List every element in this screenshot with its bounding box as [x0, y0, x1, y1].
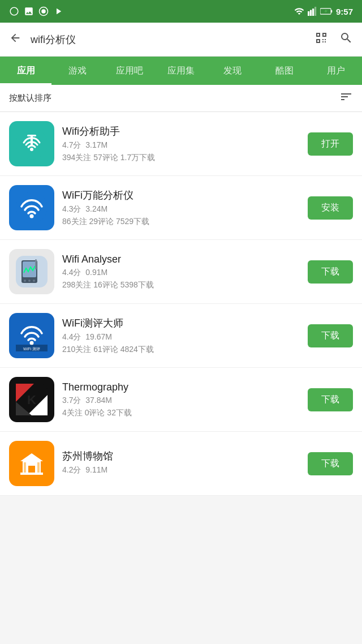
svg-point-13 — [30, 214, 34, 218]
app-name-6: 苏州博物馆 — [62, 449, 300, 463]
svg-rect-3 — [310, 10, 312, 16]
app-icon-2 — [9, 185, 54, 230]
app-meta-5: 3.7分 37.84M — [62, 396, 300, 406]
app-meta-4: 4.4分 19.67M — [62, 332, 300, 342]
tab-discover[interactable]: 发现 — [207, 57, 258, 85]
svg-rect-35 — [37, 462, 40, 473]
list-item[interactable]: Wifi Analyser 4.4分 0.91M 298关注 16评论 5398… — [0, 240, 362, 304]
app-stats-2: 86关注 29评论 7529下载 — [62, 217, 300, 227]
status-bar: 9:57 — [0, 0, 362, 23]
tab-user[interactable]: 用户 — [311, 57, 362, 85]
svg-rect-36 — [20, 473, 43, 475]
svg-rect-5 — [314, 7, 316, 16]
app-meta-6: 4.2分 9.11M — [62, 465, 300, 475]
list-item[interactable]: K Thermography 3.7分 37.84M 4关注 0评论 32下载 … — [0, 368, 362, 432]
app-info-4: WiFi测评大师 4.4分 19.67M 210关注 61评论 4824下载 — [62, 316, 300, 355]
app-download-button-3[interactable]: 下载 — [308, 260, 353, 284]
svg-rect-4 — [312, 8, 314, 16]
app-install-button-2[interactable]: 安装 — [308, 196, 353, 220]
search-input[interactable] — [31, 33, 305, 45]
status-icons-right: 9:57 — [294, 6, 353, 16]
list-item[interactable]: WiFi万能分析仪 4.3分 3.24M 86关注 29评论 7529下载 安装 — [0, 176, 362, 240]
search-bar — [0, 23, 362, 57]
app-icon-4: WiFi 测评 — [9, 313, 54, 358]
play-icon — [53, 6, 63, 16]
svg-point-18 — [24, 280, 26, 282]
app-icon-6 — [9, 441, 54, 486]
app-info-6: 苏州博物馆 4.2分 9.11M — [62, 449, 300, 478]
list-item[interactable]: 苏州博物馆 4.2分 9.11M 下载 — [0, 432, 362, 496]
nav-tabs: 应用 游戏 应用吧 应用集 发现 酷图 用户 — [0, 57, 362, 85]
app-meta-1: 4.7分 3.17M — [62, 140, 300, 151]
app-download-button-6[interactable]: 下载 — [308, 452, 353, 475]
app-stats-3: 298关注 16评论 5398下载 — [62, 280, 300, 290]
tab-appset[interactable]: 应用集 — [155, 57, 206, 85]
svg-rect-17 — [35, 259, 37, 269]
target-icon — [38, 6, 49, 16]
status-icons-left — [9, 6, 63, 16]
app-meta-3: 4.4分 0.91M — [62, 268, 300, 278]
svg-point-20 — [33, 280, 35, 282]
app-name-4: WiFi测评大师 — [62, 316, 300, 330]
battery-icon — [320, 7, 333, 16]
svg-rect-2 — [308, 11, 309, 16]
app-info-5: Thermography 3.7分 37.84M 4关注 0评论 32下载 — [62, 381, 300, 418]
app-name-5: Thermography — [62, 381, 300, 393]
app-icon-5: K — [9, 377, 54, 422]
app-download-button-4[interactable]: 下载 — [308, 324, 353, 347]
image-icon — [24, 6, 34, 16]
tab-appbar[interactable]: 应用吧 — [104, 57, 155, 85]
app-name-1: Wifi分析助手 — [62, 124, 300, 138]
tab-games[interactable]: 游戏 — [51, 57, 103, 85]
svg-point-1 — [41, 9, 46, 14]
app-open-button-1[interactable]: 打开 — [308, 132, 353, 156]
app-stats-5: 4关注 0评论 32下载 — [62, 408, 300, 418]
app-download-button-5[interactable]: 下载 — [308, 388, 353, 411]
svg-point-10 — [30, 148, 33, 151]
app-info-2: WiFi万能分析仪 4.3分 3.24M 86关注 29评论 7529下载 — [62, 188, 300, 227]
svg-text:WiFi 测评: WiFi 测评 — [23, 347, 40, 351]
svg-point-19 — [28, 280, 31, 282]
clock: 9:57 — [336, 7, 353, 16]
svg-rect-33 — [28, 466, 35, 473]
qr-button[interactable] — [312, 29, 330, 50]
app-stats-4: 210关注 61评论 4824下载 — [62, 345, 300, 355]
app-name-2: WiFi万能分析仪 — [62, 188, 300, 202]
app-stats-1: 394关注 57评论 1.7万下载 — [62, 153, 300, 163]
signal-icon — [308, 6, 317, 16]
app-meta-2: 4.3分 3.24M — [62, 204, 300, 214]
svg-rect-34 — [24, 462, 26, 473]
tab-coolpic[interactable]: 酷图 — [258, 57, 310, 85]
notification-icon — [9, 6, 19, 16]
back-button[interactable] — [7, 29, 24, 50]
app-icon-1 — [9, 121, 54, 166]
app-icon-3 — [9, 249, 54, 294]
svg-point-12 — [16, 192, 48, 224]
app-info-1: Wifi分析助手 4.7分 3.17M 394关注 57评论 1.7万下载 — [62, 124, 300, 163]
svg-point-22 — [30, 341, 34, 345]
list-item[interactable]: Wifi分析助手 4.7分 3.17M 394关注 57评论 1.7万下载 打开 — [0, 112, 362, 176]
wifi-icon — [294, 6, 304, 16]
tab-apps[interactable]: 应用 — [0, 57, 51, 85]
svg-rect-7 — [331, 10, 332, 12]
app-list: Wifi分析助手 4.7分 3.17M 394关注 57评论 1.7万下载 打开… — [0, 112, 362, 496]
app-info-3: Wifi Analyser 4.4分 0.91M 298关注 16评论 5398… — [62, 254, 300, 290]
svg-rect-11 — [27, 135, 36, 136]
search-button[interactable] — [337, 29, 355, 50]
sort-label: 按默认排序 — [9, 93, 51, 104]
sort-bar: 按默认排序 — [0, 85, 362, 112]
svg-text:K: K — [27, 393, 36, 407]
sort-icon[interactable] — [339, 90, 353, 106]
list-item[interactable]: WiFi 测评 WiFi测评大师 4.4分 19.67M 210关注 61评论 … — [0, 304, 362, 368]
app-name-3: Wifi Analyser — [62, 254, 300, 265]
